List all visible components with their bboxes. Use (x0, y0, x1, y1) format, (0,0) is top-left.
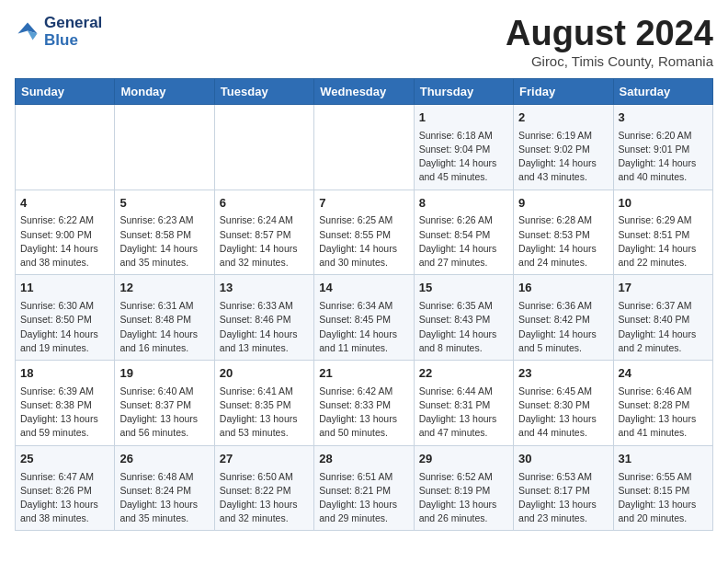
day-number: 2 (518, 109, 608, 127)
day-number: 15 (419, 280, 508, 297)
title-block: August 2024 Giroc, Timis County, Romania (506, 15, 713, 69)
logo-icon (15, 19, 40, 45)
day-number: 1 (419, 109, 508, 127)
day-cell-15: 15Sunrise: 6:35 AMSunset: 8:43 PMDayligh… (414, 275, 513, 361)
day-cell-12: 12Sunrise: 6:31 AMSunset: 8:48 PMDayligh… (115, 275, 214, 361)
day-detail: Sunrise: 6:52 AMSunset: 8:19 PMDaylight:… (419, 470, 508, 526)
header-cell-tuesday: Tuesday (214, 78, 313, 104)
day-number: 23 (518, 365, 608, 383)
day-detail: Sunrise: 6:46 AMSunset: 8:28 PMDaylight:… (619, 385, 708, 441)
day-cell-22: 22Sunrise: 6:44 AMSunset: 8:31 PMDayligh… (414, 360, 513, 445)
day-number: 14 (319, 280, 408, 297)
day-cell-27: 27Sunrise: 6:50 AMSunset: 8:22 PMDayligh… (214, 445, 313, 531)
day-number: 5 (119, 195, 209, 213)
header-cell-friday: Friday (514, 78, 613, 104)
day-cell-1: 1Sunrise: 6:18 AMSunset: 9:04 PMDaylight… (414, 104, 513, 190)
day-cell-20: 20Sunrise: 6:41 AMSunset: 8:35 PMDayligh… (214, 360, 313, 445)
day-cell-empty (115, 104, 214, 190)
page-header: General Blue August 2024 Giroc, Timis Co… (15, 15, 713, 69)
day-number: 20 (220, 365, 309, 383)
day-number: 24 (619, 365, 708, 383)
day-number: 13 (220, 280, 309, 297)
day-detail: Sunrise: 6:37 AMSunset: 8:40 PMDaylight:… (619, 299, 708, 355)
day-cell-25: 25Sunrise: 6:47 AMSunset: 8:26 PMDayligh… (16, 445, 115, 531)
day-number: 10 (619, 195, 708, 213)
header-cell-thursday: Thursday (414, 78, 513, 104)
day-detail: Sunrise: 6:41 AMSunset: 8:35 PMDaylight:… (220, 385, 309, 441)
header-cell-saturday: Saturday (613, 78, 712, 104)
day-number: 28 (319, 451, 408, 468)
day-number: 26 (119, 451, 209, 468)
day-cell-empty (314, 104, 414, 190)
day-number: 16 (518, 280, 608, 297)
day-cell-18: 18Sunrise: 6:39 AMSunset: 8:38 PMDayligh… (16, 360, 115, 445)
day-cell-21: 21Sunrise: 6:42 AMSunset: 8:33 PMDayligh… (314, 360, 414, 445)
day-cell-14: 14Sunrise: 6:34 AMSunset: 8:45 PMDayligh… (314, 275, 414, 361)
subtitle: Giroc, Timis County, Romania (506, 53, 713, 69)
day-number: 31 (619, 451, 708, 468)
day-cell-11: 11Sunrise: 6:30 AMSunset: 8:50 PMDayligh… (16, 275, 115, 361)
header-row: SundayMondayTuesdayWednesdayThursdayFrid… (16, 78, 713, 104)
day-cell-31: 31Sunrise: 6:55 AMSunset: 8:15 PMDayligh… (613, 445, 712, 531)
day-detail: Sunrise: 6:55 AMSunset: 8:15 PMDaylight:… (619, 470, 708, 526)
week-row-2: 4Sunrise: 6:22 AMSunset: 9:00 PMDaylight… (16, 190, 713, 275)
day-detail: Sunrise: 6:30 AMSunset: 8:50 PMDaylight:… (20, 299, 109, 355)
day-detail: Sunrise: 6:22 AMSunset: 9:00 PMDaylight:… (20, 213, 109, 270)
day-detail: Sunrise: 6:24 AMSunset: 8:57 PMDaylight:… (220, 213, 309, 270)
day-cell-24: 24Sunrise: 6:46 AMSunset: 8:28 PMDayligh… (613, 360, 712, 445)
day-number: 11 (20, 280, 109, 297)
day-detail: Sunrise: 6:50 AMSunset: 8:22 PMDaylight:… (220, 470, 309, 526)
day-detail: Sunrise: 6:35 AMSunset: 8:43 PMDaylight:… (419, 299, 508, 355)
day-number: 12 (119, 280, 209, 297)
day-number: 6 (220, 195, 309, 213)
day-cell-3: 3Sunrise: 6:20 AMSunset: 9:01 PMDaylight… (613, 104, 712, 190)
day-cell-9: 9Sunrise: 6:28 AMSunset: 8:53 PMDaylight… (514, 190, 613, 275)
day-cell-19: 19Sunrise: 6:40 AMSunset: 8:37 PMDayligh… (115, 360, 214, 445)
day-number: 29 (419, 451, 508, 468)
day-cell-2: 2Sunrise: 6:19 AMSunset: 9:02 PMDaylight… (514, 104, 613, 190)
day-cell-empty (214, 104, 313, 190)
month-title: August 2024 (506, 15, 713, 53)
day-detail: Sunrise: 6:34 AMSunset: 8:45 PMDaylight:… (319, 299, 408, 355)
day-detail: Sunrise: 6:36 AMSunset: 8:42 PMDaylight:… (518, 299, 608, 355)
day-detail: Sunrise: 6:45 AMSunset: 8:30 PMDaylight:… (518, 385, 608, 441)
day-cell-5: 5Sunrise: 6:23 AMSunset: 8:58 PMDaylight… (115, 190, 214, 275)
day-detail: Sunrise: 6:20 AMSunset: 9:01 PMDaylight:… (619, 129, 708, 185)
day-cell-8: 8Sunrise: 6:26 AMSunset: 8:54 PMDaylight… (414, 190, 513, 275)
day-detail: Sunrise: 6:19 AMSunset: 9:02 PMDaylight:… (518, 129, 608, 185)
day-cell-28: 28Sunrise: 6:51 AMSunset: 8:21 PMDayligh… (314, 445, 414, 531)
day-cell-30: 30Sunrise: 6:53 AMSunset: 8:17 PMDayligh… (514, 445, 613, 531)
week-row-4: 18Sunrise: 6:39 AMSunset: 8:38 PMDayligh… (16, 360, 713, 445)
day-number: 30 (518, 451, 608, 468)
day-number: 22 (419, 365, 508, 383)
day-number: 25 (20, 451, 109, 468)
day-number: 27 (220, 451, 309, 468)
day-cell-empty (16, 104, 115, 190)
day-detail: Sunrise: 6:23 AMSunset: 8:58 PMDaylight:… (119, 213, 209, 270)
day-cell-23: 23Sunrise: 6:45 AMSunset: 8:30 PMDayligh… (514, 360, 613, 445)
day-cell-13: 13Sunrise: 6:33 AMSunset: 8:46 PMDayligh… (214, 275, 313, 361)
day-detail: Sunrise: 6:28 AMSunset: 8:53 PMDaylight:… (518, 213, 608, 270)
day-detail: Sunrise: 6:18 AMSunset: 9:04 PMDaylight:… (419, 129, 508, 185)
day-cell-26: 26Sunrise: 6:48 AMSunset: 8:24 PMDayligh… (115, 445, 214, 531)
header-cell-sunday: Sunday (16, 78, 115, 104)
day-detail: Sunrise: 6:25 AMSunset: 8:55 PMDaylight:… (319, 213, 408, 270)
day-number: 18 (20, 365, 109, 383)
day-detail: Sunrise: 6:33 AMSunset: 8:46 PMDaylight:… (220, 299, 309, 355)
logo-text: General Blue (44, 15, 102, 49)
day-detail: Sunrise: 6:31 AMSunset: 8:48 PMDaylight:… (119, 299, 209, 355)
day-cell-7: 7Sunrise: 6:25 AMSunset: 8:55 PMDaylight… (314, 190, 414, 275)
logo: General Blue (15, 15, 102, 49)
day-number: 8 (419, 195, 508, 213)
day-cell-17: 17Sunrise: 6:37 AMSunset: 8:40 PMDayligh… (613, 275, 712, 361)
day-cell-16: 16Sunrise: 6:36 AMSunset: 8:42 PMDayligh… (514, 275, 613, 361)
day-detail: Sunrise: 6:42 AMSunset: 8:33 PMDaylight:… (319, 385, 408, 441)
calendar-table: SundayMondayTuesdayWednesdayThursdayFrid… (15, 78, 713, 532)
header-cell-monday: Monday (115, 78, 214, 104)
day-number: 21 (319, 365, 408, 383)
day-detail: Sunrise: 6:47 AMSunset: 8:26 PMDaylight:… (20, 470, 109, 526)
day-cell-4: 4Sunrise: 6:22 AMSunset: 9:00 PMDaylight… (16, 190, 115, 275)
week-row-5: 25Sunrise: 6:47 AMSunset: 8:26 PMDayligh… (16, 445, 713, 531)
day-cell-29: 29Sunrise: 6:52 AMSunset: 8:19 PMDayligh… (414, 445, 513, 531)
day-number: 19 (119, 365, 209, 383)
